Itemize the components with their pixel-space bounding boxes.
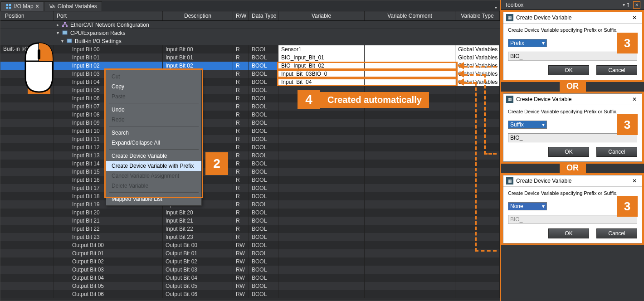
- cell-vartype[interactable]: [455, 241, 500, 249]
- ok-button[interactable]: OK: [548, 147, 589, 157]
- table-row[interactable]: Input Bit 08RBOOL: [0, 111, 500, 119]
- cell-vartype[interactable]: [455, 160, 500, 168]
- col-rw[interactable]: R/W: [233, 11, 249, 20]
- tab-io-map[interactable]: I/O Map ×: [0, 1, 44, 11]
- menu-undo[interactable]: Undo: [106, 105, 201, 115]
- cell-vartype[interactable]: [455, 119, 500, 127]
- cell-vartype[interactable]: [455, 274, 500, 282]
- cell-comment[interactable]: [365, 200, 455, 209]
- cell-vartype[interactable]: [455, 266, 500, 274]
- table-row[interactable]: Input Bit 01Input Bit 01RBOOLBIO_Input_B…: [0, 53, 500, 62]
- tree-cpu[interactable]: ▾ CPU/Expansion Racks: [0, 29, 500, 37]
- table-row[interactable]: Input Bit 02Input Bit 02RBOOLBIO_Input_B…: [0, 62, 500, 70]
- close-icon[interactable]: ×: [36, 3, 39, 10]
- cell-vartype[interactable]: [455, 143, 500, 151]
- cell-comment[interactable]: [365, 127, 455, 135]
- ok-button[interactable]: OK: [548, 65, 589, 75]
- cell-variable[interactable]: [278, 143, 365, 151]
- table-row[interactable]: Input Bit 13RBOOL: [0, 151, 500, 160]
- col-port[interactable]: Port: [54, 11, 163, 20]
- cell-comment[interactable]: [365, 225, 455, 233]
- cell-variable[interactable]: Input_Bit_04: [278, 78, 365, 86]
- menu-create-device-variable-prefix[interactable]: Create Device Variable with Prefix: [106, 161, 201, 171]
- cell-comment[interactable]: [365, 266, 455, 274]
- ok-button[interactable]: OK: [548, 228, 589, 238]
- cell-comment[interactable]: [365, 274, 455, 282]
- cell-variable[interactable]: [278, 282, 365, 290]
- cell-comment[interactable]: [365, 217, 455, 225]
- table-row[interactable]: Output Bit 00Output Bit 00RWBOOL: [0, 241, 500, 249]
- table-row[interactable]: Input Bit 11RBOOL: [0, 135, 500, 143]
- table-row[interactable]: Input Bit 04RBOOLInput_Bit_04Global Vari…: [0, 78, 500, 86]
- cell-vartype[interactable]: [455, 168, 500, 176]
- cell-vartype[interactable]: [455, 257, 500, 266]
- cell-comment[interactable]: [365, 233, 455, 241]
- cell-comment[interactable]: [365, 45, 455, 53]
- cancel-button[interactable]: Cancel: [596, 147, 637, 157]
- table-row[interactable]: Input Bit 19Input Bit 19RBOOL: [0, 200, 500, 209]
- cell-comment[interactable]: [365, 53, 455, 62]
- table-row[interactable]: Output Bit 01Output Bit 01RWBOOL: [0, 249, 500, 257]
- cell-variable[interactable]: [278, 209, 365, 217]
- cell-vartype[interactable]: [455, 209, 500, 217]
- cell-comment[interactable]: [365, 290, 455, 298]
- prefix-suffix-select[interactable]: None▾: [508, 202, 547, 210]
- table-row[interactable]: Output Bit 04Output Bit 04RWBOOL: [0, 274, 500, 282]
- close-icon[interactable]: ✕: [630, 178, 639, 184]
- cell-variable[interactable]: [278, 200, 365, 209]
- cell-vartype[interactable]: [455, 282, 500, 290]
- cell-vartype[interactable]: Global Variables: [455, 45, 500, 53]
- table-row[interactable]: Input Bit 15RBOOL: [0, 168, 500, 176]
- cell-vartype[interactable]: [455, 192, 500, 200]
- table-row[interactable]: Input Bit 16RBOOL: [0, 176, 500, 184]
- cell-variable[interactable]: [278, 160, 365, 168]
- cell-variable[interactable]: [278, 290, 365, 298]
- table-row[interactable]: Input Bit 00Input Bit 00RBOOLSensor1Glob…: [0, 45, 500, 53]
- cell-variable[interactable]: [278, 266, 365, 274]
- tree-builtin[interactable]: ▾ Built-in I/O Settings: [0, 37, 500, 45]
- table-row[interactable]: Input Bit 03RBOOLInput_Bit_03BIO_0Global…: [0, 70, 500, 78]
- cell-comment[interactable]: [365, 78, 455, 86]
- table-row[interactable]: Input Bit 20Input Bit 20RBOOL: [0, 209, 500, 217]
- cell-variable[interactable]: [278, 233, 365, 241]
- cancel-button[interactable]: Cancel: [596, 65, 637, 75]
- menu-mapped-variable-list[interactable]: Mapped Variable List: [106, 194, 201, 204]
- prefix-suffix-select[interactable]: Suffix▾: [508, 121, 547, 129]
- collapse-icon[interactable]: ▾: [59, 39, 65, 44]
- cell-comment[interactable]: [365, 135, 455, 143]
- table-row[interactable]: Input Bit 18RBOOL: [0, 192, 500, 200]
- cell-comment[interactable]: [365, 119, 455, 127]
- cell-comment[interactable]: [365, 70, 455, 78]
- close-icon[interactable]: ✕: [630, 96, 639, 102]
- table-row[interactable]: Input Bit 14RBOOL: [0, 160, 500, 168]
- cell-variable[interactable]: [278, 217, 365, 225]
- cell-variable[interactable]: [278, 119, 365, 127]
- cell-comment[interactable]: [365, 160, 455, 168]
- cell-comment[interactable]: [365, 111, 455, 119]
- cell-comment[interactable]: [365, 62, 455, 70]
- menu-expand-collapse[interactable]: Expand/Collapse All: [106, 138, 201, 148]
- table-row[interactable]: Input Bit 23Input Bit 23RBOOL: [0, 233, 500, 241]
- table-row[interactable]: Input Bit 21Input Bit 21RBOOL: [0, 217, 500, 225]
- tab-global-variables[interactable]: Var Global Variables: [44, 1, 102, 11]
- table-row[interactable]: Output Bit 02Output Bit 02RWBOOL: [0, 257, 500, 266]
- cell-variable[interactable]: [278, 192, 365, 200]
- grid-body[interactable]: ▸ EtherCAT Network Configuration ▾ CPU/E…: [0, 21, 500, 301]
- close-icon[interactable]: ✕: [630, 15, 639, 21]
- cell-vartype[interactable]: [455, 184, 500, 192]
- col-variable-type[interactable]: Variable Type: [455, 11, 500, 20]
- tree-ethercat[interactable]: ▸ EtherCAT Network Configuration: [0, 21, 500, 29]
- cell-comment[interactable]: [365, 176, 455, 184]
- cell-vartype[interactable]: [455, 233, 500, 241]
- cell-variable[interactable]: [278, 176, 365, 184]
- cell-variable[interactable]: BIO_Input_Bit_02: [278, 62, 365, 70]
- cell-variable[interactable]: [278, 225, 365, 233]
- cell-vartype[interactable]: [455, 127, 500, 135]
- cell-comment[interactable]: [365, 241, 455, 249]
- cell-vartype[interactable]: Global Variables: [455, 53, 500, 62]
- cell-comment[interactable]: [365, 168, 455, 176]
- cell-vartype[interactable]: [455, 86, 500, 94]
- cell-variable[interactable]: [278, 127, 365, 135]
- close-panel-icon[interactable]: ×: [633, 1, 640, 9]
- cell-variable[interactable]: Sensor1: [278, 45, 365, 53]
